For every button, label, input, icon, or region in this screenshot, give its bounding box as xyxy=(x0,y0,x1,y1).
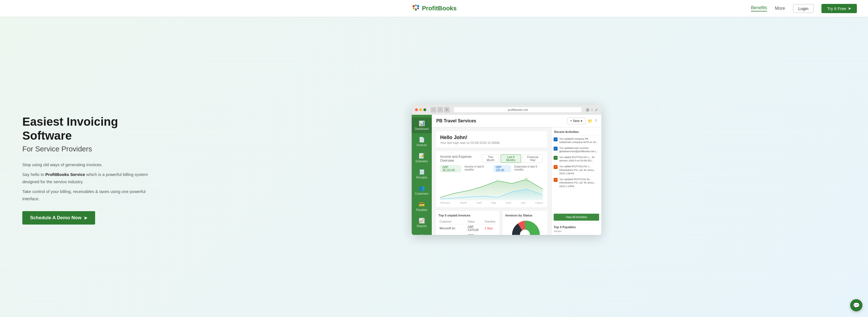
invoices-title: Top 5 unpaid invoices xyxy=(438,214,496,217)
table-row: Eker Inc. GBP 5,670.00 2 days xyxy=(438,233,496,235)
dashboard-bottom: Top 5 unpaid invoices Customer Value Ove… xyxy=(436,211,547,235)
arrow-icon: ➤ xyxy=(848,6,851,10)
back-button[interactable]: ‹ xyxy=(431,107,436,113)
chart-stats: GBP 36,215.00 income in last 6 months GB… xyxy=(440,165,543,172)
demo-button[interactable]: Schedule A Demo Now ➤ xyxy=(22,211,95,225)
activity-text: You updated company PB subdomain company… xyxy=(559,137,599,144)
refresh-button[interactable]: ↻ xyxy=(444,107,450,113)
activity-dot: ✓ xyxy=(554,147,558,150)
forward-button[interactable]: › xyxy=(437,107,443,113)
dashboard-icon: 📊 xyxy=(418,120,425,126)
reports-icon: 📈 xyxy=(418,218,425,224)
manage-icon: ⚙️ xyxy=(418,234,425,235)
activity-dot: ✓ xyxy=(554,137,558,141)
payables-header: Vendor xyxy=(554,230,599,233)
sidebar-item-manage[interactable]: ⚙️ Manage xyxy=(412,231,432,235)
browser-bar: ‹ › ↻ profitbooks.net ⊞ ↑ ⤢ xyxy=(412,105,601,115)
tab-this-month[interactable]: This Month xyxy=(482,154,499,163)
list-item: ✓ You updated company PB subdomain compa… xyxy=(554,137,599,144)
browser-controls: ‹ › ↻ xyxy=(431,107,450,113)
svg-point-0 xyxy=(412,5,415,7)
income-label: income in last 6 months xyxy=(464,165,490,172)
sidebar-item-customers[interactable]: 👥 Customers xyxy=(412,182,432,198)
tab-financial-year[interactable]: Financial Year xyxy=(523,154,543,163)
fullscreen-icon[interactable]: ⤢ xyxy=(595,108,598,112)
svg-point-1 xyxy=(415,4,417,6)
app-content: 📊 Dashboard 📄 Invoices 📝 Estimates 🧾 Rec… xyxy=(412,115,601,235)
activity-dot: ✓ xyxy=(554,156,558,160)
chart-label-mar: March xyxy=(460,201,467,204)
activities-panel: Recent Activities ✓ You updated company … xyxy=(551,127,601,235)
hero-title: Easiest Invoicing Software xyxy=(22,115,151,143)
list-item: ✓ You updated RCPT/C02 for... infosoluti… xyxy=(554,178,599,188)
col-value: Value xyxy=(467,219,484,224)
invoices-table: Top 5 unpaid invoices Customer Value Ove… xyxy=(436,211,499,235)
chart-label-feb: February xyxy=(440,201,450,204)
dashboard-main: Hello John! Your last login was on 03-08… xyxy=(432,127,551,235)
nav-benefits[interactable]: Benefits xyxy=(751,5,767,11)
svg-point-5 xyxy=(415,8,417,10)
login-button[interactable]: Login xyxy=(793,4,814,13)
demo-arrow-icon: ➤ xyxy=(84,215,87,221)
app-sidebar: 📊 Dashboard 📄 Invoices 📝 Estimates 🧾 Rec… xyxy=(412,115,432,235)
bookmark-icon[interactable]: ⊞ xyxy=(586,108,589,112)
company-name: PB Travel Services xyxy=(436,118,476,123)
chart-area xyxy=(440,175,543,200)
chat-bubble[interactable]: 💬 xyxy=(850,299,862,311)
expense-label: Expenses in last 6 months xyxy=(514,165,543,172)
folder-icon[interactable]: 📁 xyxy=(588,119,592,123)
help-icon[interactable]: ? xyxy=(595,119,597,123)
chevron-down-icon: ▾ xyxy=(581,119,582,123)
sidebar-item-payables[interactable]: 💳 Payables xyxy=(412,199,432,214)
col-overdue: Overdue xyxy=(484,219,496,224)
chat-icon: 💬 xyxy=(853,302,860,309)
sidebar-item-reports[interactable]: 📈 Reports xyxy=(412,215,432,230)
dot-yellow[interactable] xyxy=(419,108,422,111)
browser-window: ‹ › ↻ profitbooks.net ⊞ ↑ ⤢ 📊 Dashboard xyxy=(412,105,601,235)
chart-tabs: This Month Last 6 Months Financial Year xyxy=(482,154,543,163)
hero-right: ‹ › ↻ profitbooks.net ⊞ ↑ ⤢ 📊 Dashboard xyxy=(167,105,846,235)
svg-point-4 xyxy=(417,7,419,9)
activities-title: Recent Activities xyxy=(551,127,601,136)
app-main: PB Travel Services + New ▾ 📁 ? xyxy=(432,115,601,235)
share-icon[interactable]: ↑ xyxy=(591,108,593,112)
nav-more[interactable]: More xyxy=(775,6,785,11)
new-button[interactable]: + New ▾ xyxy=(567,118,585,124)
dot-green[interactable] xyxy=(424,108,426,111)
customer-name: Microsoft Inc xyxy=(438,224,467,233)
activity-text: You added RCPT/013 for c... infosolution… xyxy=(559,165,599,175)
try-free-button[interactable]: Try It Free ➤ xyxy=(822,4,857,13)
chart-header: Income and Expense Overview This Month L… xyxy=(440,154,543,163)
greeting-name: Hello John! xyxy=(440,135,543,141)
sidebar-item-invoices[interactable]: 📄 Invoices xyxy=(412,134,432,149)
browser-url: profitbooks.net xyxy=(454,107,582,112)
pie-chart xyxy=(509,219,540,235)
estimates-icon: 📝 xyxy=(418,153,425,159)
chart-title: Income and Expense Overview xyxy=(440,155,482,163)
table-row: Microsoft Inc GBP 5,875.00 2 days xyxy=(438,224,496,233)
sidebar-item-dashboard[interactable]: 📊 Dashboard xyxy=(412,118,432,133)
hero-left: Easiest Invoicing Software For Service P… xyxy=(22,115,151,225)
topbar-actions: + New ▾ 📁 ? xyxy=(567,118,597,124)
view-all-activities-button[interactable]: View All Activities xyxy=(554,214,599,221)
nav-links: Benefits More Login Try It Free ➤ xyxy=(751,4,857,13)
invoices-icon: 📄 xyxy=(418,137,425,143)
chart-svg xyxy=(440,175,543,200)
dot-red[interactable] xyxy=(415,108,418,111)
payables-title: Top 5 Payables xyxy=(554,225,599,229)
customers-icon: 👥 xyxy=(418,185,425,191)
activity-dot: ✓ xyxy=(554,178,558,182)
chart-label-may: May xyxy=(491,201,496,204)
logo[interactable]: ProfitBooks xyxy=(411,4,457,13)
app-body: Hello John! Your last login was on 03-08… xyxy=(432,127,601,235)
logo-text: ProfitBooks xyxy=(422,5,457,12)
hero-desc2: Say hello to ProfitBooks Service which i… xyxy=(22,171,151,185)
expense-badge: GBP 100.00 xyxy=(493,165,511,172)
activity-dot: ✓ xyxy=(554,165,558,169)
hero-subtitle: For Service Providers xyxy=(22,145,151,153)
pie-section: Invoices by Status xyxy=(503,211,547,235)
sidebar-item-estimates[interactable]: 📝 Estimates xyxy=(412,150,432,166)
tab-last-6-months[interactable]: Last 6 Months xyxy=(501,154,521,163)
sidebar-item-receipts[interactable]: 🧾 Receipts xyxy=(412,166,432,182)
svg-point-2 xyxy=(417,5,419,7)
